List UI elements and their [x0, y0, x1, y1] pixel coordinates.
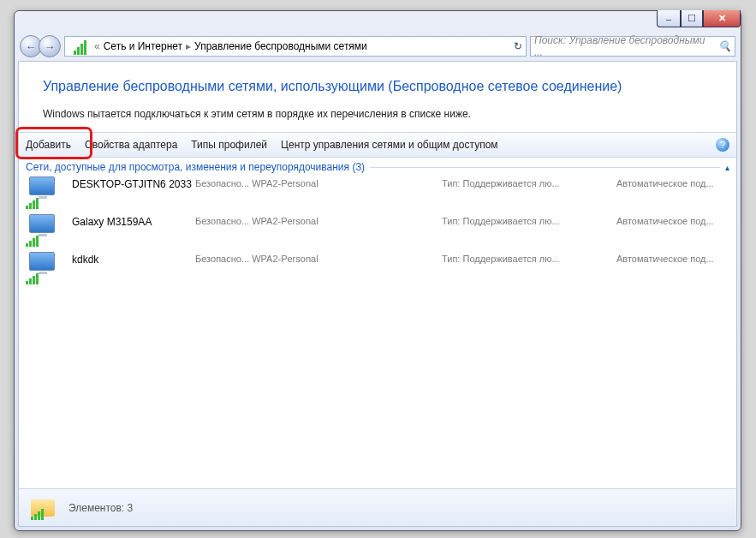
header-block: Управление беспроводными сетями, использ… [19, 62, 736, 132]
status-bar: Элементов: 3 [19, 488, 736, 526]
refresh-icon[interactable]: ↻ [514, 40, 522, 52]
search-input[interactable]: Поиск: Управление беспроводными ... 🔍 [530, 36, 735, 57]
network-type: Тип: Поддерживается лю... [442, 252, 613, 264]
chevron-up-icon[interactable]: ▴ [725, 163, 729, 172]
group-header[interactable]: Сети, доступные для просмотра, изменения… [19, 158, 736, 176]
network-type: Тип: Поддерживается лю... [442, 214, 613, 226]
network-name: DESKTOP-GTJITN6 2033 [72, 176, 192, 190]
search-placeholder: Поиск: Управление беспроводными ... [534, 34, 715, 58]
network-row[interactable]: kdkdkБезопасно... WPA2-PersonalТип: Подд… [26, 252, 729, 290]
nav-bar: ← → « Сеть и Интернет ▸ Управление беспр… [15, 33, 741, 59]
network-security: Безопасно... WPA2-Personal [195, 214, 332, 226]
toolbar: Добавить Свойства адаптера Типы профилей… [19, 132, 736, 158]
network-auto: Автоматическое под... [616, 252, 729, 264]
network-row[interactable]: DESKTOP-GTJITN6 2033Безопасно... WPA2-Pe… [26, 176, 729, 214]
network-list: DESKTOP-GTJITN6 2033Безопасно... WPA2-Pe… [19, 176, 736, 290]
maximize-button[interactable]: ☐ [681, 10, 703, 27]
network-auto: Автоматическое под... [616, 214, 729, 226]
help-icon[interactable]: ? [716, 138, 729, 152]
network-icon [26, 214, 60, 247]
nav-buttons: ← → [20, 35, 61, 57]
forward-button[interactable]: → [39, 35, 61, 57]
breadcrumb-prefix: « [94, 40, 100, 52]
network-icon [26, 176, 60, 209]
search-icon[interactable]: 🔍 [718, 40, 731, 52]
window-controls: – ☐ ✕ [657, 10, 741, 27]
adapter-properties-button[interactable]: Свойства адаптера [85, 139, 177, 151]
group-header-text: Сети, доступные для просмотра, изменения… [26, 161, 365, 173]
breadcrumb-sep: ▸ [186, 40, 191, 52]
network-security: Безопасно... WPA2-Personal [195, 176, 332, 188]
breadcrumb-network[interactable]: Сеть и Интернет [104, 40, 182, 52]
page-title: Управление беспроводными сетями, использ… [43, 79, 712, 94]
network-security: Безопасно... WPA2-Personal [195, 252, 332, 264]
status-elements: Элементов: 3 [68, 502, 133, 514]
window-frame: – ☐ ✕ ← → « Сеть и Интернет ▸ Управление… [14, 10, 741, 531]
profile-types-button[interactable]: Типы профилей [191, 139, 267, 151]
breadcrumb-wireless[interactable]: Управление беспроводными сетями [194, 40, 367, 52]
network-name: kdkdk [72, 252, 192, 266]
network-row[interactable]: Galaxy M3159AAБезопасно... WPA2-Personal… [26, 214, 729, 252]
network-icon [26, 252, 60, 284]
network-type: Тип: Поддерживается лю... [442, 176, 613, 188]
minimize-button[interactable]: – [657, 10, 681, 27]
page-description: Windows пытается подключаться к этим сет… [43, 108, 712, 120]
network-name: Galaxy M3159AA [72, 214, 192, 228]
content-area: Управление беспроводными сетями, использ… [18, 61, 737, 527]
add-button[interactable]: Добавить [26, 139, 71, 151]
group-divider [370, 167, 720, 168]
signal-icon [74, 38, 91, 55]
network-auto: Автоматическое под... [616, 176, 729, 188]
folder-icon [31, 496, 58, 520]
address-bar[interactable]: « Сеть и Интернет ▸ Управление беспровод… [64, 36, 527, 57]
close-button[interactable]: ✕ [703, 10, 741, 27]
network-center-button[interactable]: Центр управления сетями и общим доступом [281, 139, 498, 151]
